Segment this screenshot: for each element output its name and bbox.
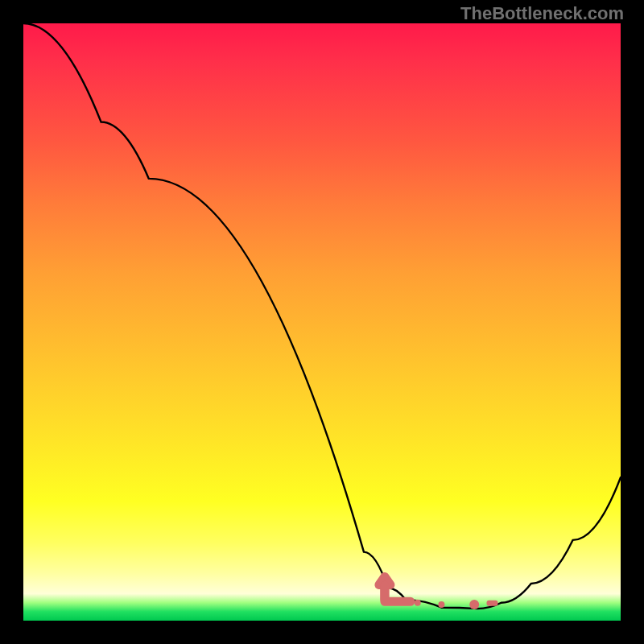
attribution-label: TheBottleneck.com	[460, 3, 624, 24]
chart-svg	[23, 23, 621, 621]
marker-dash	[486, 601, 497, 606]
marker-dot-small	[438, 601, 444, 608]
chart-area	[23, 23, 621, 621]
bottleneck-curve	[23, 23, 621, 609]
chart-markers	[379, 576, 498, 609]
marker-elbow	[385, 585, 411, 601]
marker-dot	[469, 600, 479, 609]
marker-dot-small	[415, 600, 421, 606]
